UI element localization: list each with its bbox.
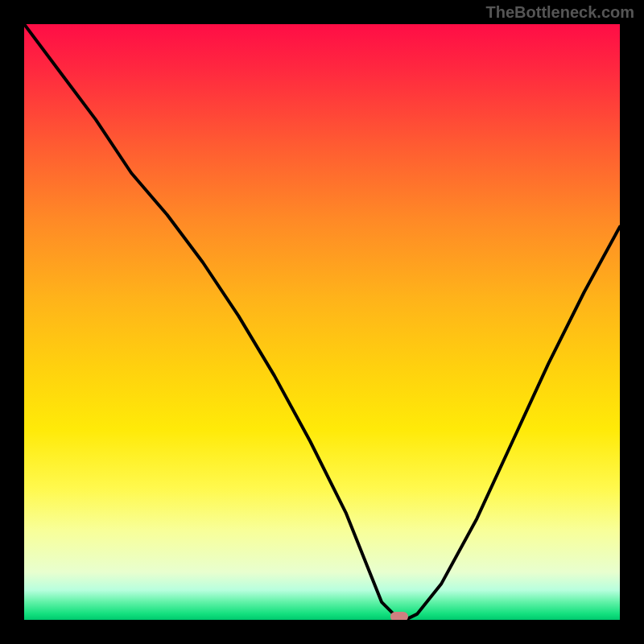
watermark-text: TheBottleneck.com (486, 3, 634, 22)
optimal-marker (390, 612, 408, 620)
bottleneck-curve (24, 24, 620, 620)
chart-frame: TheBottleneck.com (0, 0, 644, 644)
plot-area (24, 24, 620, 620)
